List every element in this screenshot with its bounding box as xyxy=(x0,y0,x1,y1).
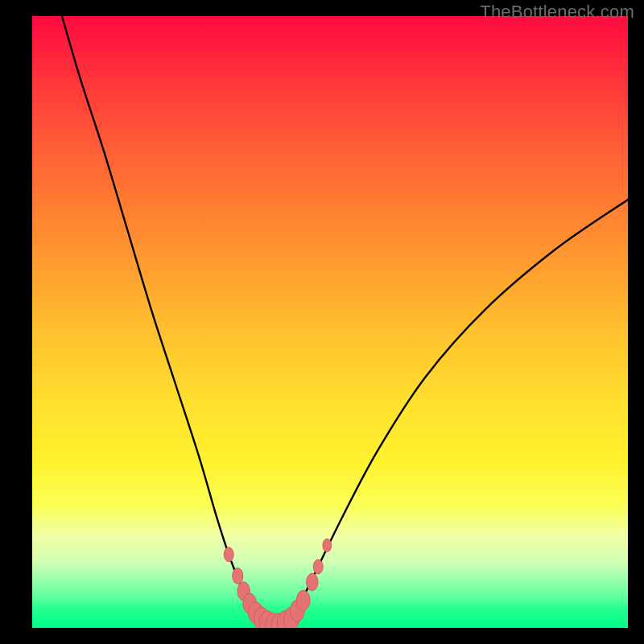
marker-point xyxy=(323,539,332,551)
marker-point xyxy=(296,590,310,610)
watermark-text: TheBottleneck.com xyxy=(480,2,634,23)
marker-point xyxy=(224,547,233,562)
curve-markers xyxy=(224,539,331,628)
marker-point xyxy=(233,568,243,584)
chart-svg xyxy=(32,16,628,628)
plot-area xyxy=(32,16,628,628)
chart-frame: TheBottleneck.com xyxy=(0,0,644,644)
marker-point xyxy=(307,573,318,591)
marker-point xyxy=(313,559,323,574)
bottleneck-curve xyxy=(62,16,628,628)
